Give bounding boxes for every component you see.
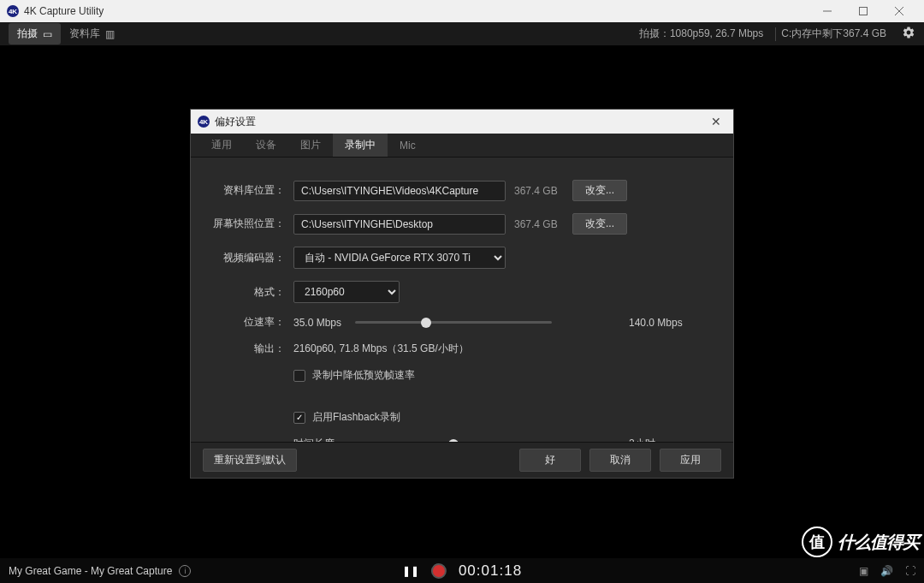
dialog-titlebar: 4K 偏好设置 ✕ [191,110,733,134]
bitrate-max: 140.0 Mbps [629,317,683,329]
monitor-icon: ▭ [43,28,52,40]
dialog-tabs: 通用 设备 图片 录制中 Mic [191,134,733,158]
library-path-input[interactable] [293,181,506,201]
dialog-tab-recording[interactable]: 录制中 [333,134,388,157]
dialog-tab-device[interactable]: 设备 [244,134,288,157]
checkbox-icon [293,370,305,382]
format-label: 格式： [211,285,285,300]
output-value: 2160p60, 71.8 Mbps（31.5 GB/小时） [293,342,469,356]
encoder-label: 视频编码器： [211,251,285,265]
settings-icon[interactable] [902,26,915,42]
window-titlebar: 4K 4K Capture Utility [0,0,924,22]
capture-status: 拍摄：1080p59, 26.7 Mbps [639,27,763,41]
tab-library[interactable]: 资料库 ▥ [61,23,123,45]
library-size: 367.4 GB [514,185,564,197]
bitrate-label: 位速率： [211,315,285,330]
flashback-label: 启用Flashback录制 [312,410,400,425]
svg-rect-1 [860,8,868,15]
dialog-tab-general[interactable]: 通用 [199,134,244,157]
window-title: 4K Capture Utility [24,5,104,17]
pause-button[interactable]: ❚❚ [402,565,419,577]
watermark-icon: 值 [802,526,832,557]
fullscreen-icon[interactable]: ⛶ [905,565,915,577]
library-change-button[interactable]: 改变... [572,180,627,201]
library-path-label: 资料库位置： [211,183,285,198]
info-icon[interactable]: i [179,565,191,577]
bitrate-slider[interactable] [355,321,552,324]
cancel-button[interactable]: 取消 [589,449,651,472]
screenshot-change-button[interactable]: 改变... [572,213,627,235]
dialog-footer: 重新设置到默认 好 取消 应用 [191,442,733,478]
status-divider [775,27,776,41]
preferences-dialog: 4K 偏好设置 ✕ 通用 设备 图片 录制中 Mic 资料库位置： 367.4 … [190,109,734,479]
tab-shoot-label: 拍摄 [17,27,38,41]
bottom-bar: My Great Game - My Great Capture i ❚❚ 00… [0,558,924,583]
dialog-app-icon: 4K [198,116,210,128]
tab-shoot[interactable]: 拍摄 ▭ [9,23,61,45]
volume-icon[interactable]: 🔊 [880,565,893,577]
flashback-checkbox[interactable]: 启用Flashback录制 [293,410,400,425]
reset-defaults-button[interactable]: 重新设置到默认 [203,449,297,472]
screenshot-size: 367.4 GB [514,218,564,230]
dialog-body: 资料库位置： 367.4 GB 改变... 屏幕快照位置： 367.4 GB 改… [191,158,733,442]
checkbox-checked-icon [293,412,305,424]
maximize-button[interactable] [845,0,881,22]
close-window-button[interactable] [881,0,917,22]
output-label: 输出： [211,342,285,356]
bitrate-min: 35.0 Mbps [293,317,346,329]
screenshot-path-input[interactable] [293,214,506,235]
dialog-tab-picture[interactable]: 图片 [288,134,333,157]
watermark: 值 什么值得买 [802,526,919,557]
storage-status: C:内存中剩下367.4 GB [781,27,886,41]
app-toolbar: 拍摄 ▭ 资料库 ▥ 拍摄：1080p59, 26.7 Mbps C:内存中剩下… [0,22,924,46]
reduce-preview-fps-label: 录制中降低预览帧速率 [312,368,415,383]
record-button[interactable] [431,563,447,579]
apply-button[interactable]: 应用 [660,449,721,472]
format-select[interactable]: 2160p60 [293,281,400,303]
screenshot-path-label: 屏幕快照位置： [211,217,285,231]
watermark-text: 什么值得买 [838,531,919,554]
app-icon: 4K [7,5,19,17]
minimize-button[interactable] [809,0,845,22]
library-icon: ▥ [105,28,115,40]
record-timer: 00:01:18 [459,562,522,580]
dialog-tab-mic[interactable]: Mic [388,134,428,157]
snapshot-icon[interactable]: ▣ [859,565,868,577]
tab-library-label: 资料库 [69,27,100,41]
reduce-preview-fps-checkbox[interactable]: 录制中降低预览帧速率 [293,368,415,383]
dialog-close-button[interactable]: ✕ [706,115,726,128]
dialog-title: 偏好设置 [215,115,256,129]
encoder-select[interactable]: 自动 - NVIDIA GeForce RTX 3070 Ti [293,247,506,269]
session-name: My Great Game - My Great Capture [9,565,172,577]
ok-button[interactable]: 好 [519,449,581,472]
